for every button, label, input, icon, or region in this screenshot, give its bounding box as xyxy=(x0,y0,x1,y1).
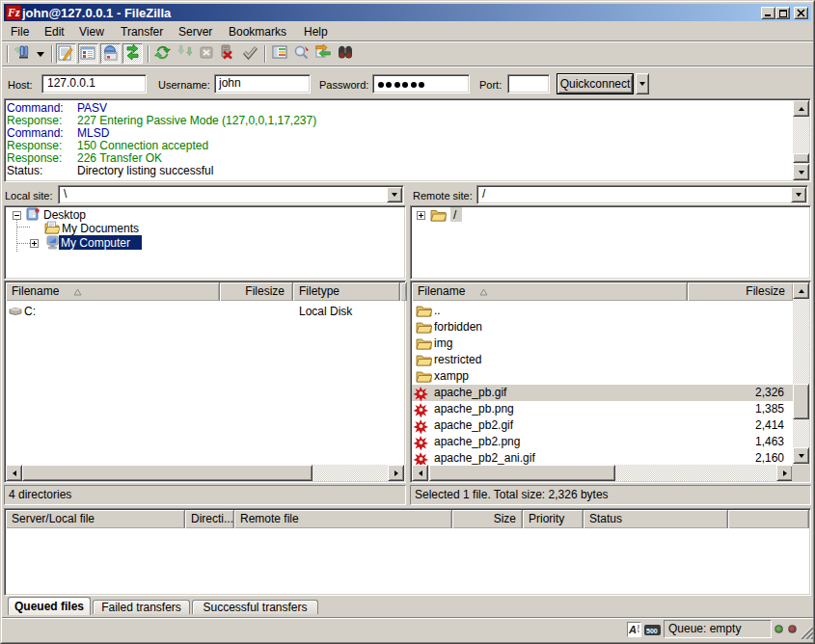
svg-text:500: 500 xyxy=(646,628,658,634)
svg-text:A: A xyxy=(628,624,637,635)
svg-text:Fz: Fz xyxy=(7,6,20,19)
